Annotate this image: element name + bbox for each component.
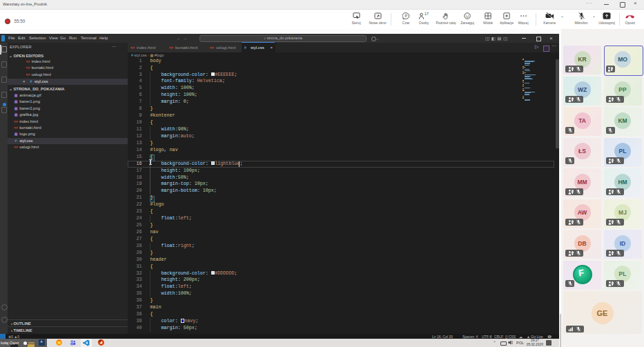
svg-text:17: 17 — [425, 12, 429, 16]
